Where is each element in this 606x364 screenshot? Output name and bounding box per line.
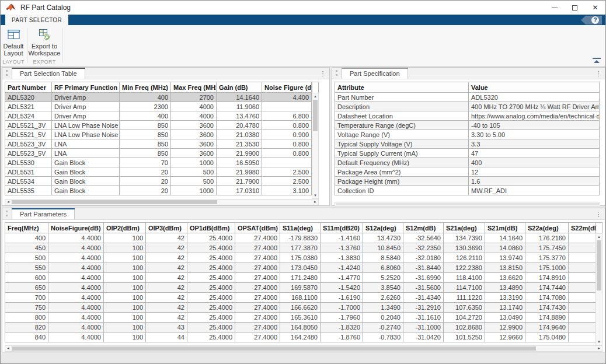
table-cell[interactable]: 21.3530 — [217, 139, 262, 149]
table-cell[interactable]: 42 — [146, 243, 187, 253]
table-cell[interactable]: 13.3190 — [485, 293, 525, 303]
table-cell[interactable]: Gain Block — [52, 186, 120, 195]
table-cell[interactable]: Gain Block — [52, 177, 120, 186]
table-cell[interactable]: 500 — [171, 167, 217, 177]
table-cell[interactable]: 175.0480 — [525, 332, 569, 342]
table-cell[interactable]: -1.3830 — [321, 253, 363, 263]
scroll-down-icon[interactable]: ▼ — [312, 192, 318, 198]
table-cell[interactable]: 4.4000 — [48, 263, 104, 273]
table-cell[interactable]: 25.4000 — [187, 303, 235, 313]
table-cell[interactable]: 174.8890 — [525, 313, 569, 323]
table-row[interactable]: ADL5534Gain Block2050021.79002.500 — [5, 177, 312, 186]
scroll-right-icon[interactable]: ► — [596, 346, 602, 351]
table-cell[interactable]: 3.8540 — [363, 283, 403, 293]
table-cell[interactable]: 164.2480 — [280, 332, 321, 342]
table-cell[interactable]: LNA Low Phase Noise — [52, 121, 120, 130]
table-cell[interactable]: 25.4000 — [187, 243, 235, 253]
scrollbar-thumb[interactable] — [12, 200, 217, 204]
table-cell[interactable]: 16.5950 — [217, 158, 262, 167]
table-cell[interactable]: 165.3610 — [280, 313, 321, 323]
table-cell[interactable]: 126.2110 — [444, 253, 485, 263]
table-cell[interactable]: 2700 — [171, 93, 217, 102]
table-cell[interactable]: 174.7440 — [525, 283, 569, 293]
table-cell[interactable]: 27.4000 — [235, 293, 280, 303]
table-cell[interactable]: 4.4000 — [48, 283, 104, 293]
table-cell[interactable]: 100 — [104, 323, 146, 332]
table-cell[interactable]: 42 — [146, 263, 187, 273]
table-cell[interactable]: -179.8830 — [280, 233, 321, 243]
table-cell[interactable]: 840 — [5, 332, 48, 342]
table-row[interactable]: ADL5324Driver Amp400400013.47606.800 — [5, 111, 312, 121]
table-cell[interactable]: 25.4000 — [187, 313, 235, 323]
table-cell[interactable]: 13.6620 — [485, 273, 525, 283]
table-row[interactable]: Collection IDMW.RF_ADI — [335, 186, 600, 195]
table-row[interactable]: ADL5320Driver Amp400270014.16404.400 — [5, 93, 312, 102]
scrollbar-thumb[interactable] — [336, 203, 599, 205]
table-cell[interactable]: ADL5531 — [5, 167, 52, 177]
table-cell[interactable]: 21.9900 — [217, 149, 262, 158]
table-row[interactable]: ADL5530Gain Block70100016.5950 — [5, 158, 312, 167]
table-cell[interactable]: 4000 — [171, 102, 217, 111]
table-cell[interactable]: ADL5324 — [5, 111, 52, 121]
tab-part-parameters[interactable]: Part Parameters — [12, 208, 75, 219]
table-row[interactable]: Typical Supply Current (mA)47 — [335, 149, 600, 158]
table-cell[interactable] — [569, 293, 596, 303]
panel-menu-icon[interactable]: ⋮ — [594, 69, 602, 78]
table-cell[interactable]: MW.RF_ADI — [469, 186, 600, 195]
minimize-button[interactable] — [544, 1, 565, 15]
collapse-ribbon-button[interactable] — [593, 58, 601, 64]
table-cell[interactable]: 0.900 — [262, 130, 312, 139]
table-cell[interactable]: 25.4000 — [187, 283, 235, 293]
table-cell[interactable]: 400 — [469, 158, 600, 167]
table-cell[interactable] — [262, 102, 312, 111]
scroll-left-icon[interactable]: ◄ — [5, 346, 11, 351]
table-cell[interactable]: 4.4000 — [48, 233, 104, 243]
table-row[interactable]: ADL5521_5VLNA Low Phase Noise850360021.0… — [5, 130, 312, 139]
table-cell[interactable]: 42 — [146, 253, 187, 263]
table-cell[interactable]: Gain Block — [52, 167, 120, 177]
table-cell[interactable]: 176.2160 — [525, 233, 569, 243]
table-cell[interactable]: 5.2520 — [363, 273, 403, 283]
table-cell[interactable]: 3.100 — [262, 186, 312, 195]
table-row[interactable]: Typical Supply Voltage (V)3.3 — [335, 139, 600, 149]
table-cell[interactable]: 20 — [120, 177, 171, 186]
table-cell[interactable]: 130.3690 — [444, 243, 485, 253]
table-cell[interactable] — [569, 303, 596, 313]
table-cell[interactable] — [569, 233, 596, 243]
table-row[interactable]: ADL5531Gain Block2050021.99802.500 — [5, 167, 312, 177]
table-cell[interactable]: -1.7000 — [321, 303, 363, 313]
maximize-button[interactable] — [565, 1, 585, 15]
table-cell[interactable]: -31.8440 — [403, 263, 444, 273]
table-row[interactable]: 6004.40001004225.400027.4000171.2480-1.4… — [5, 273, 596, 283]
table-cell[interactable]: 27.4000 — [235, 273, 280, 283]
table-cell[interactable]: 100 — [104, 283, 146, 293]
table-cell[interactable]: 13.4890 — [485, 283, 525, 293]
table-row[interactable]: 8204.40001004325.400027.4000164.8050-1.8… — [5, 323, 596, 332]
table-cell[interactable]: 25.4000 — [187, 263, 235, 273]
table-cell[interactable]: 13.8150 — [485, 263, 525, 273]
table-cell[interactable]: Voltage Range (V) — [335, 130, 469, 139]
table-cell[interactable]: -32.0180 — [403, 253, 444, 263]
table-cell[interactable]: 1000 — [171, 186, 217, 195]
table-cell[interactable]: -31.5600 — [403, 283, 444, 293]
table-cell[interactable]: 14.1640 — [485, 233, 525, 243]
horizontal-scrollbar[interactable] — [335, 202, 600, 206]
table-cell[interactable]: https://www.analog.com/media/en/technica… — [469, 111, 600, 121]
table-cell[interactable]: -1.4770 — [321, 273, 363, 283]
table-cell[interactable]: 1.6 — [469, 177, 600, 186]
table-cell[interactable]: 175.7450 — [525, 243, 569, 253]
table-cell[interactable]: Typical Supply Current (mA) — [335, 149, 469, 158]
table-cell[interactable]: 400 MHz TO 2700 MHz ¼ Watt RF Driver Amp… — [469, 102, 600, 111]
table-cell[interactable]: 173.0450 — [280, 263, 321, 273]
table-cell[interactable]: 400 — [120, 111, 171, 121]
table-cell[interactable]: 13.1740 — [485, 303, 525, 313]
table-cell[interactable]: 0.2040 — [363, 313, 403, 323]
table-cell[interactable]: 42 — [146, 313, 187, 323]
tab-part-selection-table[interactable]: Part Selection Table — [12, 67, 85, 79]
table-cell[interactable] — [569, 332, 596, 342]
table-cell[interactable]: 2.500 — [262, 177, 312, 186]
table-cell[interactable]: 0.800 — [262, 149, 312, 158]
table-cell[interactable]: 100 — [104, 233, 146, 243]
table-cell[interactable]: 6.8060 — [363, 263, 403, 273]
table-cell[interactable]: 12 — [469, 167, 600, 177]
